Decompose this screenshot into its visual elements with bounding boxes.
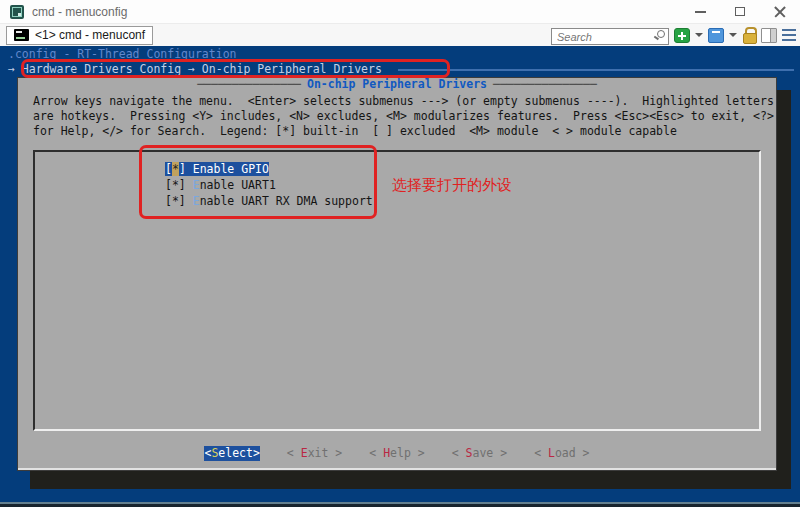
close-icon: [774, 6, 786, 18]
split-view-dropdown-icon[interactable]: [729, 33, 737, 37]
tab-label: <1> cmd - menuconf: [35, 28, 145, 42]
select-button[interactable]: <Select>: [204, 446, 259, 461]
dialog-shadow-bottom: [30, 471, 791, 489]
search-input[interactable]: [551, 28, 669, 45]
dialog-title: On-chip Peripheral Drivers: [301, 77, 493, 92]
search-box: [551, 27, 669, 44]
load-button[interactable]: < Load >: [534, 446, 589, 461]
conemu-logo-icon: [10, 5, 24, 19]
window-title: cmd - menuconfig: [32, 5, 127, 19]
panes-button[interactable]: [761, 28, 777, 43]
breadcrumb-rule: [398, 69, 794, 71]
help-button[interactable]: < Help >: [369, 446, 424, 461]
menuconfig-dialog: ───────────────On-chip Peripheral Driver…: [17, 77, 777, 471]
hamburger-menu-button[interactable]: [782, 29, 796, 41]
terminal: .config - RT-Thread Configuration → Hard…: [0, 46, 800, 502]
tab-bar: <1> cmd - menuconf: [0, 24, 800, 46]
minimize-button[interactable]: [680, 0, 720, 23]
instructions-line: for Help, </> for Search. Legend: [*] bu…: [33, 124, 777, 139]
new-console-dropdown-icon[interactable]: [695, 33, 703, 37]
maximize-icon: [735, 7, 745, 16]
tab-cmd-menuconfig[interactable]: <1> cmd - menuconf: [6, 26, 153, 45]
split-view-button[interactable]: [708, 28, 724, 43]
lock-icon[interactable]: [742, 27, 756, 43]
dialog-shadow-right: [777, 90, 791, 489]
minimize-icon: [695, 11, 706, 13]
status-bottom-bar: [0, 502, 800, 507]
annotation-note: 选择要打开的外设: [392, 178, 512, 193]
cmd-console-icon: [14, 29, 29, 41]
dialog-button-row: <Select> < Exit > < Help > < Save > < Lo…: [18, 446, 776, 461]
search-icon: [657, 30, 665, 38]
maximize-button[interactable]: [720, 0, 760, 23]
exit-button[interactable]: < Exit >: [287, 446, 342, 461]
conemu-window: cmd - menuconfig <1> cmd - menuconf: [0, 0, 800, 507]
annotation-box-menu-items: [139, 145, 377, 219]
title-bar: cmd - menuconfig: [0, 0, 800, 24]
save-button[interactable]: < Save >: [452, 446, 507, 461]
instructions-line: Arrow keys navigate the menu. <Enter> se…: [33, 94, 777, 109]
instructions-line: are hotkeys. Pressing <Y> includes, <N> …: [33, 109, 777, 124]
annotation-box-breadcrumb: [21, 59, 450, 78]
new-console-button[interactable]: [674, 28, 690, 43]
dialog-title-row: ───────────────On-chip Peripheral Driver…: [18, 76, 776, 92]
close-button[interactable]: [760, 0, 800, 23]
